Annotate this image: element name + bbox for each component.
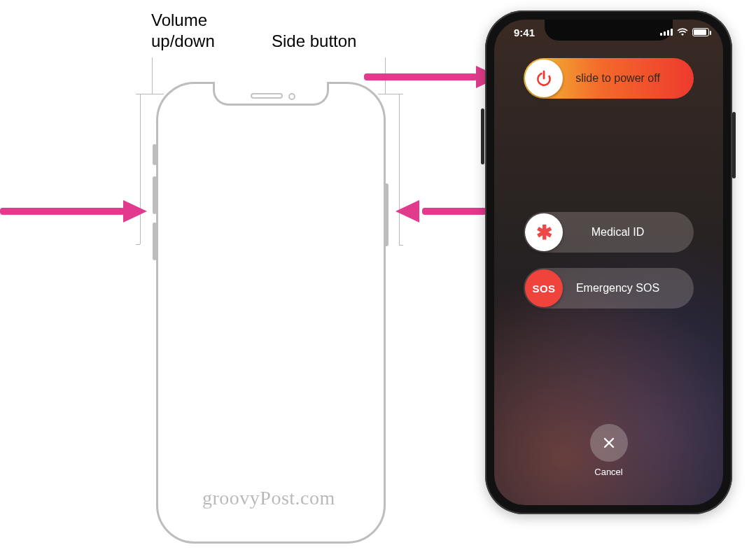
rendered-phone-screen: 9:41 slide to power off bbox=[494, 20, 723, 505]
emergency-sos-slider[interactable]: SOS Emergency SOS bbox=[524, 268, 694, 309]
power-off-knob[interactable] bbox=[525, 59, 563, 97]
volume-label: Volume up/down bbox=[151, 10, 215, 52]
status-icons bbox=[660, 28, 709, 36]
arrow-to-power-slider bbox=[364, 70, 504, 84]
leader-tick bbox=[399, 245, 403, 246]
outline-phone-body bbox=[156, 82, 386, 544]
status-time: 9:41 bbox=[514, 27, 535, 38]
leader-line bbox=[140, 94, 164, 94]
outline-volume-up bbox=[153, 176, 157, 214]
emergency-sos-label: Emergency SOS bbox=[563, 282, 694, 295]
cancel-label: Cancel bbox=[494, 467, 723, 477]
leader-line bbox=[378, 94, 399, 94]
medical-id-label: Medical ID bbox=[563, 226, 694, 239]
outline-speaker bbox=[251, 93, 283, 99]
arrow-to-volume bbox=[0, 204, 150, 218]
outline-side-button bbox=[384, 183, 388, 246]
arrow-to-side bbox=[396, 204, 486, 218]
leader-tick bbox=[399, 94, 403, 94]
watermark: groovyPost.com bbox=[202, 487, 335, 509]
cancel-button[interactable] bbox=[590, 424, 628, 462]
medical-star-icon: ✱ bbox=[536, 221, 552, 244]
signal-icon bbox=[660, 29, 673, 36]
wifi-icon bbox=[677, 28, 688, 36]
leader-line bbox=[152, 57, 153, 94]
outline-camera bbox=[288, 93, 295, 100]
power-off-slider[interactable]: slide to power off bbox=[524, 58, 694, 99]
close-icon bbox=[602, 436, 616, 450]
battery-icon bbox=[692, 28, 709, 36]
rendered-notch bbox=[545, 20, 673, 41]
medical-id-slider[interactable]: ✱ Medical ID bbox=[524, 212, 694, 253]
power-off-label: slide to power off bbox=[563, 72, 694, 85]
outline-volume-down bbox=[153, 222, 157, 260]
rendered-side-button-right bbox=[732, 112, 736, 178]
rendered-side-button-left bbox=[481, 108, 484, 164]
leader-tick bbox=[136, 244, 140, 245]
sos-knob[interactable]: SOS bbox=[525, 269, 563, 307]
side-button-label: Side button bbox=[272, 31, 356, 52]
medical-id-knob[interactable]: ✱ bbox=[525, 213, 563, 251]
power-icon bbox=[535, 69, 553, 87]
outline-mute-switch bbox=[153, 144, 157, 165]
sos-knob-text: SOS bbox=[532, 283, 555, 295]
leader-tick bbox=[136, 94, 140, 94]
